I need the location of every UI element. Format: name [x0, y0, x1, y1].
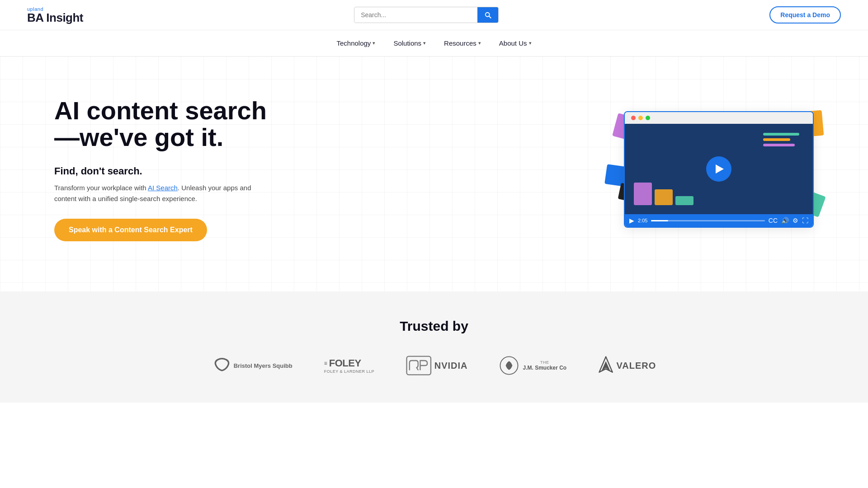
nav-item-solutions[interactable]: Solutions ▾ — [393, 38, 426, 49]
fullscreen-icon[interactable]: ⛶ — [802, 217, 808, 224]
logo-nvidia: NVIDIA — [406, 356, 467, 375]
ai-search-link[interactable]: AI Search — [148, 184, 178, 192]
logo-bristol-myers-squibb: Bristol Myers Squibb — [212, 356, 292, 375]
header: upland BA Insight Request a Demo — [0, 0, 868, 30]
play-icon — [716, 164, 724, 174]
video-container: ▶ 2:05 CC 🔊 ⚙ ⛶ — [624, 111, 814, 228]
video-screen — [625, 124, 813, 214]
video-progress-fill — [651, 220, 668, 221]
video-progress-bar[interactable] — [651, 220, 764, 221]
logo-foley: ≡ FOLEY Foley & Lardner LLP — [324, 357, 374, 374]
video-player[interactable]: ▶ 2:05 CC 🔊 ⚙ ⛶ — [624, 111, 814, 228]
bms-icon — [212, 356, 232, 375]
captions-icon[interactable]: CC — [769, 217, 778, 224]
request-demo-button[interactable]: Request a Demo — [769, 6, 841, 23]
hero-content: AI content search—we've got it. Find, do… — [54, 98, 271, 241]
video-controls: ▶ 2:05 CC 🔊 ⚙ ⛶ — [625, 214, 813, 227]
search-area — [354, 7, 499, 23]
hero-subtitle: Find, don't search. — [54, 165, 271, 177]
logo-ba-insight: BA Insight — [27, 12, 83, 23]
logo[interactable]: upland BA Insight — [27, 7, 83, 23]
valero-text: VALERO — [616, 361, 656, 371]
volume-icon[interactable]: 🔊 — [781, 217, 789, 224]
window-dot-yellow — [638, 116, 643, 120]
main-nav: Technology ▾ Solutions ▾ Resources ▾ Abo… — [0, 30, 868, 56]
foley-name: FOLEY — [329, 357, 361, 369]
cta-button[interactable]: Speak with a Content Search Expert — [54, 219, 207, 241]
nvidia-icon — [406, 356, 432, 375]
smucker-icon — [499, 356, 519, 375]
logo-smucker: The J.M. Smucker Co — [499, 356, 566, 375]
search-button[interactable] — [477, 7, 498, 23]
nvidia-text: NVIDIA — [434, 361, 468, 371]
logos-row: Bristol Myers Squibb ≡ FOLEY Foley & Lar… — [27, 356, 841, 375]
logo-valero: VALERO — [598, 356, 656, 375]
video-titlebar — [625, 112, 813, 124]
video-control-icons-right: CC 🔊 ⚙ ⛶ — [769, 217, 808, 224]
nav-item-resources[interactable]: Resources ▾ — [444, 38, 481, 49]
hero-video: ▶ 2:05 CC 🔊 ⚙ ⛶ — [624, 111, 814, 228]
chevron-down-icon: ▾ — [423, 40, 426, 46]
bms-text: Bristol Myers Squibb — [234, 362, 292, 369]
foley-subtitle: Foley & Lardner LLP — [324, 369, 374, 374]
hero-section: AI content search—we've got it. Find, do… — [0, 56, 868, 291]
nav-item-about-us[interactable]: About Us ▾ — [499, 38, 532, 49]
video-time: 2:05 — [638, 218, 647, 223]
chevron-down-icon: ▾ — [529, 40, 532, 46]
window-dot-red — [631, 116, 636, 120]
trusted-title: Trusted by — [27, 319, 841, 334]
search-input[interactable] — [354, 8, 477, 22]
svg-rect-4 — [407, 357, 431, 375]
window-dot-green — [646, 116, 650, 120]
hero-title: AI content search—we've got it. — [54, 98, 271, 151]
play-button[interactable] — [706, 156, 731, 182]
play-control-icon[interactable]: ▶ — [629, 217, 634, 224]
trusted-section: Trusted by Bristol Myers Squibb ≡ FOLEY … — [0, 291, 868, 403]
settings-icon[interactable]: ⚙ — [793, 217, 798, 224]
search-icon — [484, 11, 492, 19]
nav-item-technology[interactable]: Technology ▾ — [336, 38, 375, 49]
valero-icon — [598, 356, 613, 375]
chevron-down-icon: ▾ — [478, 40, 481, 46]
hero-description: Transform your workplace with AI Search.… — [54, 183, 271, 204]
chevron-down-icon: ▾ — [373, 40, 375, 46]
